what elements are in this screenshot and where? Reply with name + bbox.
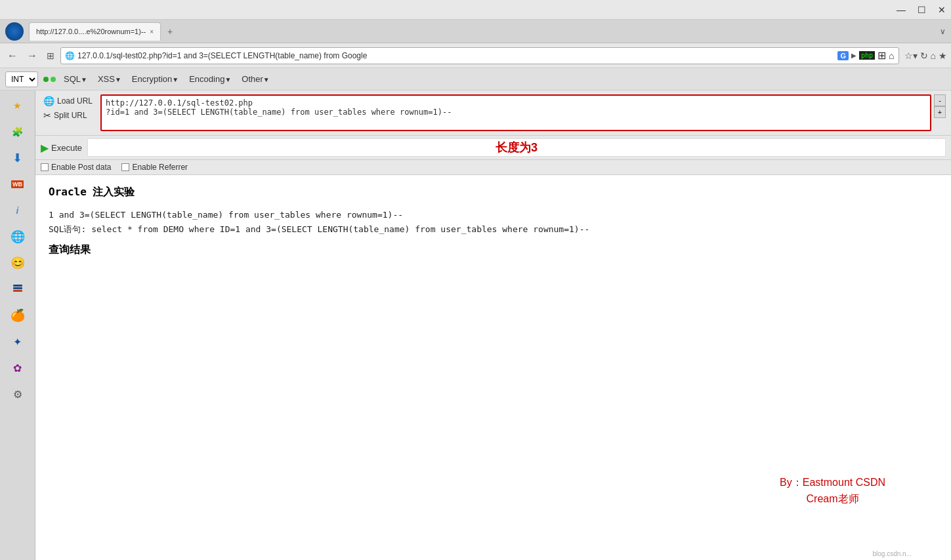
sidebar-item-settings[interactable]: ⚙ [7, 383, 29, 405]
browser-logo [5, 22, 24, 41]
url-textarea[interactable] [100, 94, 931, 131]
result-display: 长度为3 [87, 138, 946, 157]
sidebar-item-flower[interactable]: ✿ [7, 357, 29, 379]
url-actions: 🌐 Load URL ✂ Split URL [41, 94, 95, 122]
address-text: 127.0.0.1/sql-test02.php?id=1 and 3=(SEL… [77, 51, 834, 60]
referrer-checkbox-box [121, 163, 129, 171]
globe-icon: 🌐 [7, 226, 29, 248]
enable-referrer-checkbox[interactable]: Enable Referrer [121, 163, 188, 172]
sidebar-item-puzzle[interactable]: 🧩 [7, 121, 29, 143]
main-title: Oracle 注入实验 [49, 186, 938, 199]
address-icon: 🌐 [65, 51, 75, 60]
grid-button[interactable]: ⊞ [43, 49, 58, 62]
result-section-title: 查询结果 [49, 243, 938, 257]
orange-icon: 🍊 [7, 304, 29, 327]
close-button[interactable]: ✕ [938, 5, 946, 15]
load-url-button[interactable]: 🌐 Load URL [41, 94, 95, 108]
php-badge: php [859, 51, 875, 60]
minimize-button[interactable]: — [897, 5, 906, 15]
post-data-area: Enable Post data Enable Referrer [35, 160, 951, 175]
attribution-line1: By：Eastmount CSDN [780, 474, 885, 491]
execute-icon: ▶ [41, 142, 49, 154]
encryption-menu[interactable]: Encryption▼ [129, 73, 181, 85]
nav-icons: ☆▾ ↻ ⌂ ★ [904, 50, 947, 61]
sidebar-item-star[interactable]: ★ [7, 94, 29, 117]
url-input-area: 🌐 Load URL ✂ Split URL - + [35, 90, 951, 136]
xss-arrow: ▼ [115, 76, 121, 83]
tab-close-button[interactable]: × [150, 28, 154, 35]
reload-button[interactable]: ↻ [920, 50, 928, 61]
execute-button[interactable]: Execute [51, 143, 82, 153]
sidebar-item-globe[interactable]: 🌐 [7, 226, 29, 248]
left-sidebar: ★ 🧩 ⬇ WB i 🌐 😊 🍊 ✦ [0, 90, 35, 560]
attribution-line2: Cream老师 [780, 490, 885, 508]
split-url-icon: ✂ [43, 110, 51, 121]
svg-rect-1 [13, 290, 22, 292]
dot-green [43, 77, 49, 82]
face-icon: 😊 [7, 252, 29, 274]
new-tab-button[interactable]: + [162, 24, 178, 39]
active-tab[interactable]: http://127.0.0....e%20rownum=1)-- × [29, 22, 161, 41]
type-select[interactable]: INT [5, 71, 38, 87]
bookmark-button[interactable]: ★ [939, 50, 947, 61]
blue-icon: ✦ [7, 330, 29, 353]
enable-post-checkbox[interactable]: Enable Post data [41, 163, 111, 172]
puzzle-icon: 🧩 [7, 121, 29, 143]
status-dots [43, 77, 56, 82]
tool-icon [7, 278, 29, 300]
download-icon: ⬇ [7, 147, 29, 169]
svg-rect-0 [13, 287, 22, 289]
sidebar-item-wb[interactable]: WB [7, 173, 29, 195]
tab-dropdown[interactable]: ∨ [940, 27, 946, 36]
settings-icon: ⚙ [7, 383, 29, 405]
sidebar-item-info[interactable]: i [7, 199, 29, 222]
forward-button[interactable]: → [24, 49, 41, 63]
result-text: 长度为3 [496, 140, 538, 155]
xss-menu[interactable]: XSS▼ [95, 73, 124, 85]
search-engines: G ▶ php ⊞ ⌂ [837, 49, 894, 62]
google-badge: G [837, 51, 849, 60]
wb-badge: WB [11, 180, 24, 188]
result-section: 查询结果 [49, 243, 938, 257]
execute-area: ▶ Execute 长度为3 [35, 136, 951, 160]
main-code-line1: 1 and 3=(SELECT LENGTH(table_name) from … [49, 210, 938, 220]
post-checkbox-box [41, 163, 49, 171]
nav-bar: ← → ⊞ 🌐 127.0.0.1/sql-test02.php?id=1 an… [0, 43, 951, 68]
other-arrow: ▼ [263, 76, 270, 83]
bookmark-star-button[interactable]: ☆▾ [904, 50, 918, 61]
home-icon: ⌂ [889, 50, 894, 61]
url-side-buttons: - + [934, 94, 946, 118]
encoding-menu[interactable]: Encoding▼ [186, 73, 234, 85]
windows-icon: ⊞ [877, 49, 886, 62]
sidebar-item-orange[interactable]: 🍊 [7, 304, 29, 327]
main-code-line2: SQL语句: select * from DEMO where ID=1 and… [49, 224, 938, 235]
dot-bright-green [51, 77, 56, 82]
split-url-button[interactable]: ✂ Split URL [41, 109, 95, 122]
wb-icon: WB [7, 173, 29, 195]
enc-arrow: ▼ [172, 76, 179, 83]
url-minus-button[interactable]: - [934, 94, 946, 106]
address-bar[interactable]: 🌐 127.0.0.1/sql-test02.php?id=1 and 3=(S… [60, 47, 899, 64]
home-button[interactable]: ⌂ [931, 50, 936, 61]
sidebar-item-tool[interactable] [7, 278, 29, 300]
load-url-label: Load URL [57, 96, 93, 106]
info-icon: i [7, 199, 29, 222]
enable-referrer-label: Enable Referrer [132, 163, 188, 172]
execute-wrapper: ▶ Execute [41, 142, 82, 154]
sql-menu[interactable]: SQL▼ [61, 73, 90, 85]
se-arrow: ▶ [851, 52, 856, 59]
url-plus-button[interactable]: + [934, 106, 946, 118]
load-url-icon: 🌐 [43, 96, 54, 106]
enable-post-label: Enable Post data [51, 163, 111, 172]
encoding-arrow: ▼ [224, 76, 231, 83]
maximize-button[interactable]: ☐ [918, 5, 926, 15]
sidebar-item-blue[interactable]: ✦ [7, 330, 29, 353]
back-button[interactable]: ← [4, 49, 21, 63]
title-bar: — ☐ ✕ [0, 0, 951, 20]
toolbar: INT SQL▼ XSS▼ Encryption▼ Encoding▼ Othe… [0, 68, 951, 90]
tab-bar: http://127.0.0....e%20rownum=1)-- × + ∨ [0, 20, 951, 43]
watermark: blog.csdn.n... [873, 550, 912, 557]
other-menu[interactable]: Other▼ [239, 73, 272, 85]
sidebar-item-download[interactable]: ⬇ [7, 147, 29, 169]
sidebar-item-face[interactable]: 😊 [7, 252, 29, 274]
